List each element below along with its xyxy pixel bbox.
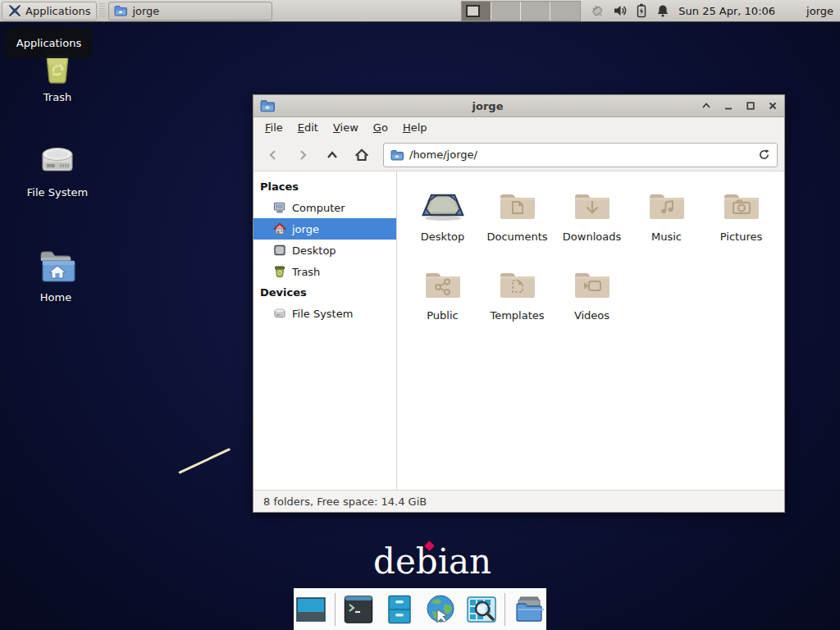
path-folder-icon	[390, 149, 404, 161]
taskbar: jorge	[107, 0, 461, 21]
applications-button[interactable]: Applications	[2, 2, 97, 21]
menu-edit[interactable]: Edit	[291, 119, 325, 136]
panel-user-label[interactable]: jorge	[806, 5, 833, 17]
stray-line-artifact	[178, 448, 231, 474]
workspace-4[interactable]	[550, 2, 580, 21]
videos-folder-icon	[573, 267, 612, 302]
file-pictures[interactable]: Pictures	[704, 183, 778, 262]
taskbar-window-button-label: jorge	[132, 5, 159, 17]
web-browser-icon	[424, 593, 457, 626]
dock-terminal-button[interactable]	[342, 592, 377, 627]
menu-view[interactable]: View	[326, 119, 365, 136]
menu-file[interactable]: File	[258, 119, 290, 136]
file-label: Downloads	[563, 231, 621, 243]
file-cabinet-icon	[383, 593, 416, 626]
window-controls	[701, 101, 778, 112]
file-downloads[interactable]: Downloads	[555, 183, 629, 262]
desktop-icon-label: Home	[5, 291, 107, 304]
files-pane: Desktop Documents	[397, 171, 784, 490]
home-icon	[273, 222, 286, 235]
sidebar-item-trash[interactable]: Trash	[253, 261, 396, 282]
music-folder-icon	[647, 189, 687, 223]
desktop-icon-home[interactable]: Home	[5, 243, 107, 304]
dock-separator	[335, 593, 336, 626]
file-label: Desktop	[421, 231, 465, 243]
home-button[interactable]	[349, 143, 375, 167]
dock	[294, 588, 546, 630]
applications-tooltip: Applications	[6, 27, 92, 58]
desktop-icon-file-system[interactable]: File System	[7, 138, 108, 199]
close-button[interactable]	[767, 101, 778, 112]
path-input[interactable]: /home/jorge/	[409, 148, 752, 161]
hard-drive-icon	[273, 307, 286, 320]
forward-button[interactable]	[290, 143, 316, 167]
file-templates[interactable]: Templates	[480, 262, 555, 340]
desktop-icon	[273, 244, 286, 257]
desktop-icon-label: Trash	[7, 91, 108, 103]
reload-icon[interactable]	[758, 148, 770, 161]
sidebar-item-label: Trash	[292, 266, 320, 278]
home-folder-icon	[34, 248, 77, 285]
file-label: Documents	[486, 231, 547, 243]
file-label: Videos	[574, 309, 609, 322]
sidebar-item-file-system[interactable]: File System	[253, 303, 396, 324]
workspace-switcher[interactable]	[461, 1, 581, 21]
file-manager-window: jorge File Edit View Go Help	[253, 94, 785, 513]
sidebar-item-label: Desktop	[292, 244, 336, 257]
dock-file-manager-button[interactable]	[382, 592, 417, 627]
pictures-folder-icon	[722, 189, 761, 223]
window-icon	[260, 99, 275, 112]
top-panel: Applications jorge	[0, 0, 840, 22]
dock-web-browser-button[interactable]	[423, 592, 458, 627]
file-desktop[interactable]: Desktop	[405, 183, 480, 262]
file-documents[interactable]: Documents	[480, 183, 555, 262]
dock-application-finder-button[interactable]	[464, 592, 499, 627]
templates-folder-icon	[498, 267, 537, 302]
file-label: Public	[427, 309, 458, 322]
notifications-icon[interactable]	[655, 3, 670, 18]
sidebar-item-label: jorge	[292, 223, 319, 235]
path-bar[interactable]: /home/jorge/	[383, 143, 778, 167]
file-music[interactable]: Music	[629, 183, 704, 262]
panel-clock[interactable]: Sun 25 Apr, 10:06	[678, 5, 775, 17]
shade-button[interactable]	[701, 101, 711, 112]
sidebar-item-desktop[interactable]: Desktop	[253, 240, 396, 261]
applications-button-label: Applications	[25, 5, 90, 17]
maximize-button[interactable]	[745, 101, 756, 112]
menu-go[interactable]: Go	[367, 119, 395, 136]
window-body: Places Computer jorge	[253, 171, 784, 490]
file-videos[interactable]: Videos	[555, 262, 629, 340]
menu-help[interactable]: Help	[396, 119, 434, 136]
sidebar-item-jorge[interactable]: jorge	[253, 218, 396, 240]
sidebar-item-computer[interactable]: Computer	[253, 197, 396, 218]
computer-icon	[273, 201, 286, 214]
menubar: File Edit View Go Help	[253, 117, 784, 139]
sidebar-item-label: File System	[292, 308, 353, 320]
network-icon[interactable]	[589, 3, 605, 18]
terminal-icon	[342, 593, 375, 626]
documents-folder-icon	[498, 189, 537, 223]
sidebar-header-places: Places	[253, 176, 396, 197]
dock-folder-button[interactable]	[512, 592, 546, 627]
workspace-1[interactable]	[462, 2, 491, 21]
dock-show-desktop-button[interactable]	[294, 592, 328, 627]
volume-icon[interactable]	[613, 3, 628, 18]
taskbar-window-button[interactable]: jorge	[108, 2, 272, 21]
window-title: jorge	[275, 100, 701, 112]
battery-icon[interactable]	[635, 3, 648, 18]
workspace-3[interactable]	[521, 2, 550, 21]
back-button[interactable]	[260, 143, 286, 167]
window-titlebar[interactable]: jorge	[253, 95, 784, 117]
tooltip-text: Applications	[16, 37, 81, 49]
sidebar-header-devices: Devices	[253, 282, 396, 303]
dock-separator	[504, 593, 505, 626]
hard-drive-icon	[36, 143, 79, 180]
up-button[interactable]	[319, 143, 345, 167]
applications-menu-icon	[8, 4, 21, 17]
workspace-2[interactable]	[491, 2, 521, 21]
desktop-surface-icon	[420, 189, 466, 222]
system-tray	[589, 3, 670, 18]
show-desktop-icon	[294, 593, 327, 626]
file-public[interactable]: Public	[405, 262, 480, 340]
minimize-button[interactable]	[723, 101, 733, 112]
